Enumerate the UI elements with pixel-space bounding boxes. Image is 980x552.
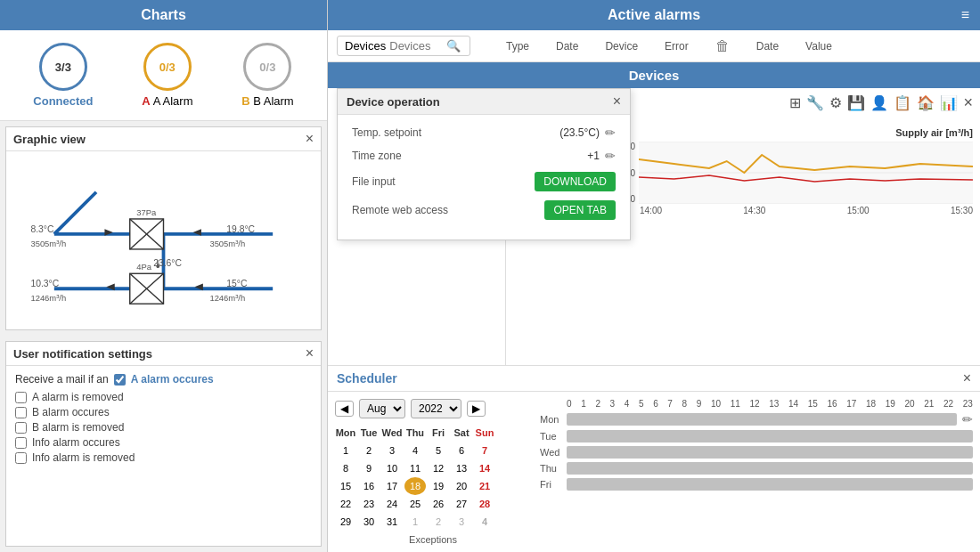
devices-search-container: Devices 🔍: [337, 36, 470, 56]
temp-edit-icon[interactable]: ✏: [605, 126, 616, 140]
cal-week-1: 1 2 3 4 5 6 7: [335, 442, 531, 459]
toolbar-icon-7[interactable]: 🏠: [917, 94, 935, 111]
cal-prev-btn[interactable]: ◀: [335, 401, 354, 417]
scheduler-body: ◀ Aug 2022 ▶ Mon Tue Wed: [328, 392, 980, 552]
schedule-row-mon: Mon ✏: [540, 412, 973, 426]
year-select[interactable]: 2022: [411, 399, 461, 418]
toolbar-close[interactable]: ×: [963, 93, 973, 112]
devices-section-header: Devices: [328, 62, 980, 88]
toolbar-icon-1[interactable]: ⊞: [789, 94, 801, 111]
chart-svg-container: [639, 142, 973, 204]
schedule-row-thu: Thu: [540, 462, 973, 475]
mon-bar: [567, 413, 957, 426]
cal-week-5: 29 30 31 1 2 3 4: [335, 513, 531, 531]
svg-text:4Pa: 4Pa: [136, 262, 152, 272]
exceptions-label: Exceptions: [335, 534, 531, 545]
calendar-grid: Mon Tue Wed Thu Fri Sat Sun 1 2 3: [335, 424, 531, 531]
trash-icon[interactable]: 🗑: [715, 38, 730, 54]
chart-wrapper: 3,540 3,520 3,500: [613, 142, 973, 204]
devices-label: Devices: [345, 39, 386, 53]
fri-bar: [567, 478, 973, 491]
b-alarm-status: 0/3 B B Alarm: [241, 43, 294, 108]
col-error: Error: [665, 40, 689, 53]
svg-line-3: [54, 192, 96, 234]
right-panel: Active alarms ≡ Devices 🔍 Type Date Devi…: [328, 0, 980, 552]
mon-edit-icon[interactable]: ✏: [962, 412, 973, 426]
device-operation-panel: Device operation × Temp. setpoint (23.5°…: [337, 88, 631, 240]
download-button[interactable]: DOWNLOAD: [535, 172, 616, 191]
timezone-edit-icon[interactable]: ✏: [605, 149, 616, 163]
schedule-row-wed: Wed: [540, 446, 973, 459]
schedule-row-fri: Fri: [540, 478, 973, 491]
cal-week-4: 22 23 24 25 26 27 28: [335, 495, 531, 513]
alarms-table-header: Devices 🔍 Type Date Device Error 🗑 Date …: [328, 30, 980, 62]
connected-label: Connected: [33, 94, 93, 108]
filter-icon[interactable]: ≡: [961, 7, 969, 23]
col-type: Type: [506, 40, 529, 53]
scheduler-header: Scheduler ×: [328, 366, 980, 392]
a-alarm-removed-checkbox[interactable]: [15, 392, 27, 403]
svg-text:3505m³/h: 3505m³/h: [209, 239, 245, 248]
left-panel: Charts 3/3 Connected 0/3 A A Alarm: [0, 0, 328, 552]
calendar: ◀ Aug 2022 ▶ Mon Tue Wed: [335, 399, 531, 545]
cal-week-3: 15 16 17 18 19 20 21: [335, 477, 531, 495]
schedule-hours: 01234567891011121314151617181920212223: [540, 399, 973, 409]
search-icon: 🔍: [446, 39, 461, 53]
toolbar-icon-5[interactable]: 👤: [870, 94, 888, 111]
hvac-svg: 🌡 8.3°C 19.8°C 23.6°C 10.3°C 15°C 3505m³…: [13, 158, 314, 322]
b-alarm-occures-checkbox[interactable]: [15, 407, 27, 418]
col-device: Device: [605, 40, 638, 53]
cal-header-row: Mon Tue Wed Thu Fri Sat Sun: [335, 424, 531, 442]
a-alarm-status: 0/3 A A Alarm: [142, 43, 192, 108]
connected-circle: 3/3: [39, 43, 87, 91]
notification-body: Receive a mail if an A alarm occures A a…: [6, 366, 321, 474]
notification-header: User notification settings ×: [6, 342, 321, 366]
notification-item-4: Info alarm occures: [15, 436, 312, 449]
a-alarm-label: A A Alarm: [142, 94, 192, 108]
temp-setpoint-row: Temp. setpoint (23.5°C) ✏: [352, 126, 616, 140]
cal-next-btn[interactable]: ▶: [467, 401, 486, 417]
month-select[interactable]: Aug: [359, 399, 405, 418]
toolbar-icon-6[interactable]: 📋: [894, 94, 911, 111]
svg-text:23.6°C: 23.6°C: [153, 258, 182, 268]
remote-access-row: Remote web access OPEN TAB: [352, 200, 616, 220]
device-op-close[interactable]: ×: [613, 94, 621, 109]
open-tab-button[interactable]: OPEN TAB: [544, 200, 616, 220]
notification-title: User notification settings: [13, 347, 152, 361]
notification-close[interactable]: ×: [306, 346, 314, 361]
device-content-area: ⊞ 🔧 ⚙ 💾 👤 📋 🏠 📊 × Office M Oper. moc Tem…: [328, 88, 980, 365]
col-date1: Date: [556, 40, 578, 53]
a-alarm-occures-checkbox[interactable]: [114, 374, 126, 386]
user-notification-panel: User notification settings × Receive a m…: [5, 341, 322, 547]
search-input[interactable]: [389, 39, 443, 53]
svg-text:37Pa: 37Pa: [136, 207, 157, 217]
info-alarm-removed-checkbox[interactable]: [15, 452, 27, 464]
scheduler-title: Scheduler: [337, 371, 397, 386]
a-alarm-circle: 0/3: [143, 43, 192, 91]
graphic-view-title: Graphic view: [13, 133, 86, 146]
toolbar-icon-4[interactable]: 💾: [847, 94, 865, 111]
svg-text:3505m³/h: 3505m³/h: [30, 239, 66, 248]
svg-text:1246m³/h: 1246m³/h: [209, 293, 245, 303]
col-date2: Date: [756, 40, 779, 53]
info-alarm-occures-checkbox[interactable]: [15, 437, 27, 449]
device-op-header: Device operation ×: [338, 89, 630, 115]
toolbar-icon-2[interactable]: 🔧: [806, 94, 824, 111]
notification-item-2: B alarm occures: [15, 406, 312, 418]
notification-item-1: A alarm is removed: [15, 391, 312, 403]
toolbar-icon-3[interactable]: ⚙: [829, 94, 842, 111]
graphic-view-close[interactable]: ×: [306, 132, 314, 146]
svg-text:10.3°C: 10.3°C: [30, 279, 59, 288]
status-row: 3/3 Connected 0/3 A A Alarm 0/3: [0, 30, 327, 121]
b-alarm-removed-checkbox[interactable]: [15, 422, 27, 434]
chart-svg: [639, 142, 973, 204]
toolbar-icon-8[interactable]: 📊: [940, 94, 958, 111]
scheduler-close[interactable]: ×: [963, 371, 971, 386]
chart-toolbar: ⊞ 🔧 ⚙ 💾 👤 📋 🏠 📊 ×: [782, 88, 980, 118]
active-alarms-header: Active alarms ≡: [328, 0, 980, 30]
table-columns: Type Date Device Error 🗑 Date Value: [506, 38, 832, 54]
svg-text:15°C: 15°C: [226, 279, 248, 288]
device-op-body: Temp. setpoint (23.5°C) ✏ Time zone +1 ✏: [338, 115, 630, 239]
chart-area: Supply air [m³/h] 3,540 3,520 3,500: [606, 120, 980, 223]
cal-week-2: 8 9 10 11 12 13 14: [335, 459, 531, 477]
